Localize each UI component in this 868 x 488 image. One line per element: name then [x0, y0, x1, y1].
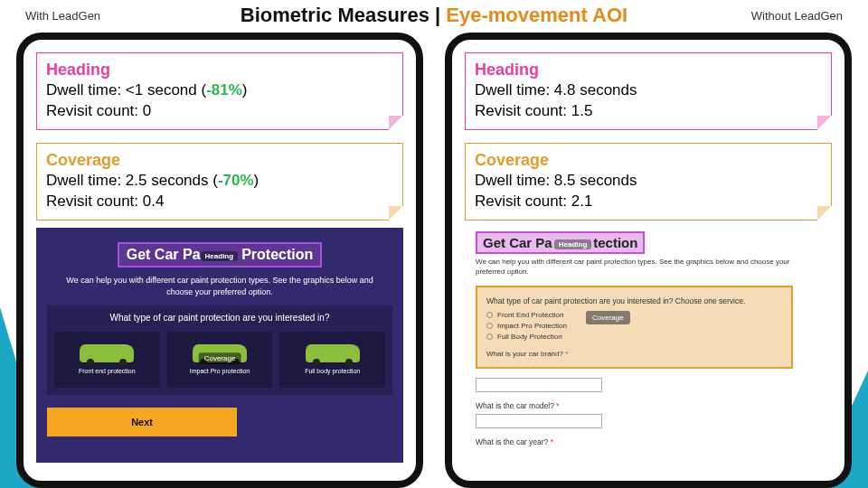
- aoi-heading-box: Get Car PaHeadingProtection: [118, 242, 323, 267]
- question-model: What is the car model? *: [476, 401, 821, 410]
- note-title: Coverage: [475, 149, 822, 171]
- radio-icon: [486, 333, 493, 340]
- next-button[interactable]: Next: [47, 408, 237, 436]
- page-title: Biometric Measures | Eye-movement AOI: [0, 4, 868, 27]
- form-plain: Get Car PaHeadingtection We can help you…: [465, 228, 832, 446]
- option-label: Full Body Protection: [497, 333, 562, 341]
- input-brand[interactable]: [476, 378, 602, 392]
- label-without-leadgen: Without LeadGen: [751, 9, 843, 23]
- input-model[interactable]: [476, 414, 602, 428]
- note-revisit: Revisit count: 0.4: [46, 192, 393, 212]
- aoi-badge-heading: Heading: [554, 239, 592, 249]
- radio-icon: [486, 312, 493, 318]
- title-sep: |: [429, 4, 446, 26]
- delta: -70%: [218, 172, 254, 189]
- form-heading: Get Car PaHeadingProtection: [47, 242, 392, 267]
- question-year: What is the car year? *: [476, 437, 821, 446]
- title-accent: Eye-movement AOI: [446, 4, 627, 26]
- note-revisit: Revisit count: 1.5: [475, 101, 822, 122]
- note-dwell: Dwell time: 4.8 seconds: [475, 80, 822, 101]
- form-subtitle: We can help you with different car paint…: [476, 258, 821, 277]
- question-text: What type of car paint protection are yo…: [54, 313, 385, 323]
- note-revisit: Revisit count: 2.1: [475, 192, 822, 212]
- radio-option[interactable]: Front End Protection: [486, 311, 782, 319]
- option-label: Front end protection: [79, 368, 136, 374]
- title-main: Biometric Measures: [241, 4, 429, 26]
- car-icon: [306, 344, 360, 362]
- option-label: Front End Protection: [497, 311, 563, 319]
- radio-option[interactable]: Impact Pro Protection: [486, 322, 782, 330]
- form-heading: Get Car PaHeadingtection: [476, 231, 645, 254]
- note-heading-left: Heading Dwell time: <1 second (-81%) Rev…: [36, 52, 403, 130]
- option-card[interactable]: Front end protection: [54, 332, 160, 388]
- option-label: Full body protection: [305, 368, 360, 374]
- note-title: Coverage: [46, 149, 393, 171]
- option-card[interactable]: Full body protection: [279, 332, 385, 388]
- question-brand: What is your car brand? *: [486, 350, 782, 358]
- radio-option[interactable]: Full Body Protection: [486, 333, 782, 341]
- car-icon: [80, 344, 134, 362]
- note-heading-right: Heading Dwell time: 4.8 seconds Revisit …: [465, 52, 832, 130]
- label-with-leadgen: With LeadGen: [25, 9, 100, 23]
- aoi-badge-heading: Heading: [201, 251, 239, 261]
- note-dwell: Dwell time: <1 second (-81%): [46, 80, 393, 101]
- aoi-badge-coverage: Coverage: [199, 352, 241, 364]
- aoi-coverage-box: What type of car paint protection are yo…: [476, 286, 793, 369]
- aoi-badge-coverage: Coverage: [586, 311, 630, 324]
- radio-icon: [486, 323, 493, 329]
- note-coverage-left: Coverage Dwell time: 2.5 seconds (-70%) …: [36, 143, 403, 221]
- options-row: Front end protection Impact Pro protecti…: [54, 332, 385, 388]
- note-coverage-right: Coverage Dwell time: 8.5 seconds Revisit…: [465, 143, 832, 221]
- note-title: Heading: [46, 59, 393, 80]
- form-leadgen: Get Car PaHeadingProtection We can help …: [36, 228, 403, 463]
- note-dwell: Dwell time: 2.5 seconds (-70%): [46, 171, 393, 192]
- note-dwell: Dwell time: 8.5 seconds: [475, 171, 822, 192]
- question-panel: What type of car paint protection are yo…: [47, 305, 392, 395]
- note-revisit: Revisit count: 0: [46, 101, 393, 122]
- form-subtitle: We can help you with different car paint…: [63, 275, 376, 297]
- option-label: Impact Pro Protection: [497, 322, 567, 330]
- question-text: What type of car paint protection are yo…: [486, 296, 782, 305]
- aoi-heading-box: Get Car PaHeadingtection: [476, 231, 645, 254]
- option-label: Impact Pro protection: [190, 368, 250, 374]
- note-title: Heading: [475, 59, 822, 80]
- tablet-without-leadgen: Heading Dwell time: 4.8 seconds Revisit …: [445, 33, 852, 488]
- tablet-with-leadgen: Heading Dwell time: <1 second (-81%) Rev…: [16, 33, 423, 488]
- delta: -81%: [206, 81, 242, 99]
